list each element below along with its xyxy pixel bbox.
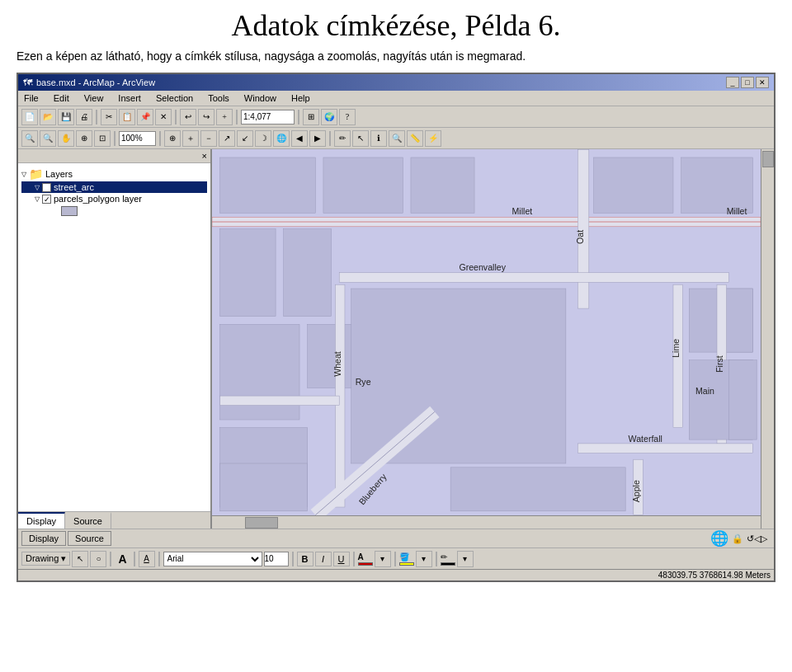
coordinates-display: 483039.75 3768614.98 Meters	[658, 571, 771, 580]
toc-close-btn[interactable]: ×	[202, 151, 207, 161]
fill-color-swatch[interactable]	[399, 562, 414, 566]
underline-button[interactable]: U	[333, 552, 350, 566]
separator-6	[159, 131, 161, 146]
fixed-zoom-out[interactable]: ↙	[237, 130, 253, 147]
drawing-toolbar: Drawing ▾ ↖ ○ A A Arial Times New Roman …	[18, 547, 774, 569]
italic-button[interactable]: I	[315, 552, 332, 566]
minimize-button[interactable]: _	[726, 77, 739, 88]
expand-arrow-street[interactable]: ▽	[35, 184, 40, 191]
separator-3	[236, 110, 238, 125]
parcels-checkbox[interactable]: ✓	[42, 195, 51, 204]
toc-root-item[interactable]: ▽ 📁 Layers	[21, 167, 207, 181]
drawing-dropdown[interactable]: Drawing ▾	[21, 552, 70, 566]
bold-button[interactable]: B	[297, 552, 314, 566]
pan-btn2[interactable]: ☽	[255, 130, 271, 147]
menu-file[interactable]: File	[21, 92, 41, 104]
street-checkbox[interactable]: ✓	[42, 183, 51, 192]
zoom-out-button[interactable]: 🔍	[40, 130, 56, 147]
help-button[interactable]: ?	[339, 109, 356, 125]
svg-text:Lime: Lime	[671, 339, 681, 358]
line-dropdown[interactable]: ▾	[457, 551, 474, 567]
line-color-swatch[interactable]	[441, 562, 455, 566]
fill-dropdown[interactable]: ▾	[416, 551, 432, 567]
menu-tools[interactable]: Tools	[205, 92, 232, 104]
magnify-button[interactable]: ⊕	[164, 130, 181, 147]
drawing-sep-4	[292, 552, 294, 566]
underline-a-btn[interactable]: A	[139, 551, 155, 567]
new-button[interactable]: 📄	[21, 109, 38, 125]
zoom-out-btn2[interactable]: －	[200, 130, 217, 147]
paste-button[interactable]: 📌	[137, 109, 153, 125]
menu-selection[interactable]: Selection	[153, 92, 196, 104]
editor-button[interactable]: ⊞	[303, 109, 319, 125]
font-color-swatch[interactable]	[358, 562, 373, 566]
map-tabs: Display Source	[18, 529, 115, 547]
cut-button[interactable]: ✂	[101, 109, 117, 125]
scale-input[interactable]	[241, 110, 295, 125]
color-dropdown[interactable]: ▾	[375, 551, 391, 567]
globe-button[interactable]: 🌍	[321, 109, 337, 125]
toc-layer-parcels[interactable]: ▽ ✓ parcels_polygon layer	[35, 193, 207, 204]
menu-help[interactable]: Help	[289, 92, 313, 104]
zoom-layer-button[interactable]: ⊡	[94, 130, 111, 147]
svg-rect-16	[351, 289, 566, 463]
globe-status-icon: 🌐	[710, 529, 728, 547]
world-btn[interactable]: 🌐	[273, 130, 290, 147]
scrollbar-right[interactable]	[761, 149, 774, 529]
maximize-button[interactable]: □	[741, 77, 754, 88]
map-area[interactable]: Millet Millet Oat Greenvalley Rye Wheat …	[212, 149, 774, 529]
save-button[interactable]: 💾	[58, 109, 74, 125]
cursor-tool[interactable]: ↖	[72, 551, 88, 567]
font-selector[interactable]: Arial Times New Roman Courier New	[163, 552, 262, 566]
menu-insert[interactable]: Insert	[116, 92, 144, 104]
fill-color-group: 🪣	[399, 552, 414, 566]
circle-btn[interactable]: ○	[90, 551, 106, 567]
zoom-full-button[interactable]: ⊕	[76, 130, 92, 147]
parcels-label: parcels_polygon layer	[54, 194, 142, 204]
back-btn[interactable]: ◀	[291, 130, 308, 147]
arrow-left-icon[interactable]: ◁	[754, 533, 761, 544]
line-icon: ✏	[441, 552, 455, 562]
info-btn[interactable]: ℹ	[370, 130, 387, 147]
font-size-field[interactable]	[264, 552, 289, 566]
add-data-button[interactable]: +	[216, 109, 233, 125]
percent-input[interactable]	[119, 131, 156, 146]
edit-btn[interactable]: ✏	[334, 130, 351, 147]
zoom-in-btn2[interactable]: ＋	[182, 130, 199, 147]
menu-window[interactable]: Window	[242, 92, 279, 104]
pan-button[interactable]: ✋	[58, 130, 74, 147]
expand-arrow-parcels[interactable]: ▽	[35, 195, 40, 203]
toc-layer-street[interactable]: ▽ ✓ street_arc	[21, 181, 207, 193]
svg-text:Rye: Rye	[356, 377, 371, 387]
scroll-thumb-right[interactable]	[762, 151, 774, 167]
scrollbar-bottom[interactable]	[212, 515, 761, 529]
expand-arrow-root[interactable]: ▽	[21, 171, 26, 178]
arrow-right-icon[interactable]: ▷	[761, 533, 767, 544]
tab-display[interactable]: Display	[18, 512, 65, 529]
print-button[interactable]: 🖨	[76, 109, 92, 125]
forward-btn[interactable]: ▶	[309, 130, 326, 147]
scroll-thumb-bottom[interactable]	[245, 517, 278, 529]
tab-source[interactable]: Source	[65, 512, 111, 529]
open-button[interactable]: 📂	[40, 109, 56, 125]
svg-rect-6	[220, 229, 276, 317]
delete-button[interactable]: ✕	[155, 109, 172, 125]
zoom-in-button[interactable]: 🔍	[21, 130, 38, 147]
find-btn[interactable]: 🔍	[389, 130, 405, 147]
source-tab[interactable]: Source	[68, 531, 111, 546]
redo-button[interactable]: ↪	[198, 109, 214, 125]
undo-button[interactable]: ↩	[180, 109, 196, 125]
menu-view[interactable]: View	[82, 92, 106, 104]
measure-btn[interactable]: 📏	[407, 130, 423, 147]
drawing-sep-2	[134, 552, 135, 566]
lightning-btn[interactable]: ⚡	[425, 130, 441, 147]
svg-rect-29	[450, 468, 625, 511]
copy-button[interactable]: 📋	[119, 109, 135, 125]
menu-edit[interactable]: Edit	[51, 92, 72, 104]
refresh-icon[interactable]: ↺	[747, 533, 754, 544]
close-button[interactable]: ✕	[756, 77, 769, 88]
svg-rect-7	[284, 229, 332, 317]
select-btn[interactable]: ↖	[352, 130, 369, 147]
fixed-zoom-in[interactable]: ↗	[219, 130, 235, 147]
display-tab[interactable]: Display	[21, 531, 66, 546]
